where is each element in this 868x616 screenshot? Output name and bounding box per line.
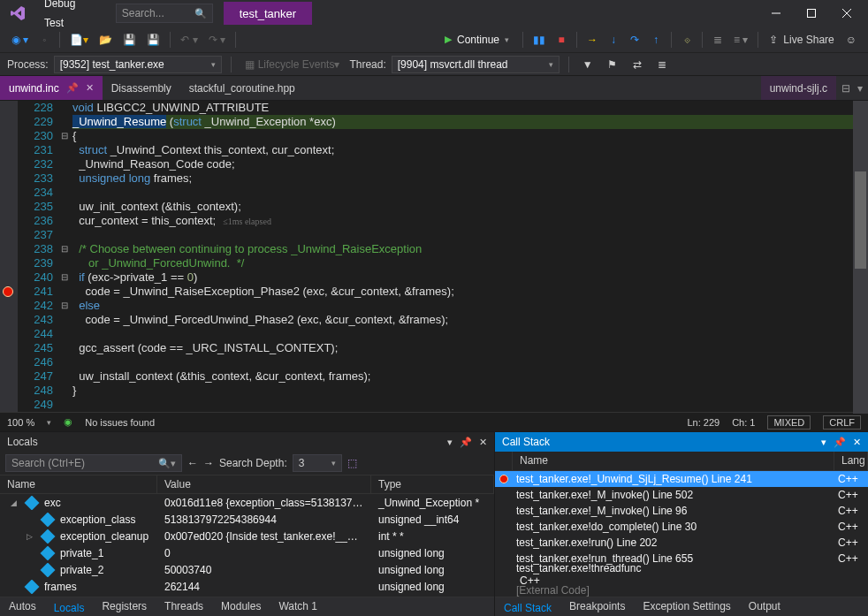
panel-tab-output[interactable]: Output [740, 597, 789, 616]
intellitrace-button[interactable]: ≣ [708, 30, 727, 49]
locals-search-input[interactable]: Search (Ctrl+E) 🔍▾ [5, 454, 182, 472]
code-line[interactable]: else [72, 299, 868, 313]
code-line[interactable] [72, 228, 868, 242]
step-over-button[interactable]: ↷ [625, 30, 644, 49]
column-name[interactable]: Name [0, 475, 157, 493]
file-tab[interactable]: Disassembly [103, 76, 180, 100]
fold-toggle[interactable] [58, 369, 71, 384]
stop-debug-button[interactable]: ■ [552, 30, 571, 49]
callstack-title-bar[interactable]: Call Stack ▾ 📌 ✕ [495, 432, 868, 452]
fold-toggle[interactable] [58, 157, 71, 171]
callstack-row[interactable]: test_tanker.exe!threadfuncC++ [495, 567, 868, 582]
fold-toggle[interactable] [58, 171, 71, 186]
continue-button[interactable]: ▶ Continue ▾ [437, 30, 517, 49]
close-button[interactable] [829, 0, 864, 27]
vertical-scrollbar[interactable] [853, 101, 868, 412]
chevron-down-icon[interactable]: ▾ [47, 418, 51, 427]
step-out-button[interactable]: ↑ [646, 30, 666, 49]
fold-toggle[interactable]: ⊟ [58, 299, 71, 313]
callstack-row[interactable]: test_tanker.exe!_M_invoke() Line 502C++ [495, 487, 868, 503]
perf-tip[interactable]: ≤1ms elapsed [223, 217, 271, 226]
code-line[interactable]: _Unwind_Reason_Code code; [72, 157, 868, 171]
fold-toggle[interactable] [58, 186, 71, 200]
maximize-button[interactable] [794, 0, 829, 27]
expander-icon[interactable]: ▷ [27, 532, 35, 541]
panel-tab-registers[interactable]: Registers [93, 597, 156, 616]
view-button[interactable]: ⬚ [347, 457, 357, 469]
code-area[interactable]: void LIBGCC2_UNWIND_ATTRIBUTE_Unwind_Res… [71, 101, 868, 412]
panel-tab-breakpoints[interactable]: Breakpoints [560, 597, 634, 616]
fold-toggle[interactable] [58, 285, 71, 299]
fold-toggle[interactable] [58, 355, 71, 369]
locals-row[interactable]: private_250003740unsigned long [0, 561, 494, 578]
locals-title-bar[interactable]: Locals ▾ 📌 ✕ [0, 432, 494, 452]
column-type[interactable]: Type [371, 475, 494, 493]
breakpoint-marker[interactable] [3, 286, 13, 297]
menu-debug[interactable]: Debug [35, 0, 105, 13]
open-button[interactable]: 📂 [95, 30, 117, 49]
column-name[interactable]: Name [513, 452, 834, 470]
file-tab[interactable]: stackful_coroutine.hpp [180, 76, 304, 100]
step-into-button[interactable]: ↓ [604, 30, 623, 49]
code-line[interactable]: uw_install_context (&this_context, &cur_… [72, 369, 868, 384]
code-line[interactable]: _Unwind_Resume (struct _Unwind_Exception… [72, 115, 868, 129]
panel-tab-call-stack[interactable]: Call Stack [495, 597, 560, 616]
code-line[interactable] [72, 327, 868, 341]
mixed-indent-indicator[interactable]: MIXED [767, 415, 811, 430]
stack-frame-button[interactable]: ≣ [652, 55, 672, 74]
navigate-forward-button[interactable]: ◦ [34, 30, 54, 49]
save-button[interactable]: 💾 [118, 30, 141, 49]
line-indicator[interactable]: Ln: 229 [687, 417, 720, 428]
preview-tab[interactable]: unwind-sjlj.c [761, 76, 836, 100]
line-ending-indicator[interactable]: CRLF [823, 415, 861, 430]
dropdown-icon[interactable]: ▾ [821, 437, 826, 448]
file-tab[interactable]: unwind.inc📌✕ [0, 76, 103, 100]
folding-gutter[interactable]: ⊟⊟⊟⊟ [58, 101, 71, 412]
callstack-row[interactable]: test_tanker.exe!_Unwind_SjLj_Resume() Li… [495, 471, 868, 487]
code-line[interactable]: code = _Unwind_RaiseException_Phase2 (ex… [72, 285, 868, 299]
search-next-button[interactable]: → [203, 457, 214, 469]
fold-toggle[interactable] [58, 214, 71, 228]
hot-reload-button[interactable]: ⟐ [677, 30, 697, 49]
fold-toggle[interactable] [58, 115, 71, 129]
fold-toggle[interactable] [58, 384, 71, 398]
code-line[interactable]: struct _Unwind_Context this_context, cur… [72, 143, 868, 157]
fold-toggle[interactable] [58, 143, 71, 157]
thread-combo[interactable]: [9904] msvcrt.dll thread [392, 56, 560, 73]
column-value[interactable]: Value [157, 475, 371, 493]
code-line[interactable]: or _Unwind_ForcedUnwind. */ [72, 256, 868, 270]
panel-tab-autos[interactable]: Autos [0, 597, 45, 616]
panel-tab-watch-1[interactable]: Watch 1 [270, 597, 326, 616]
fold-toggle[interactable] [58, 200, 71, 214]
locals-row[interactable]: exception_class5138137972254386944unsign… [0, 511, 494, 528]
code-line[interactable] [72, 398, 868, 412]
locals-grid[interactable]: ◢exc0x016d11e8 {exception_class=51381379… [0, 494, 494, 597]
code-line[interactable]: gcc_assert (code == _URC_INSTALL_CONTEXT… [72, 341, 868, 355]
redo-button[interactable]: ↷ ▾ [204, 30, 230, 49]
live-share-button[interactable]: ⇪ Live Share [764, 34, 839, 46]
editor-body[interactable]: 2282292302312322332342352362372382392402… [0, 101, 868, 412]
show-next-statement-button[interactable]: → [582, 30, 602, 49]
fold-toggle[interactable] [58, 101, 71, 115]
callstack-row[interactable]: test_tanker.exe!_M_invoke() Line 96C++ [495, 503, 868, 519]
dropdown-icon[interactable]: ▾ [857, 82, 863, 95]
save-all-button[interactable]: 💾 [142, 30, 164, 49]
column-icon[interactable] [495, 452, 513, 470]
char-indicator[interactable]: Ch: 1 [732, 417, 755, 428]
pin-icon[interactable]: 📌 [66, 82, 79, 94]
fold-toggle[interactable]: ⊟ [58, 242, 71, 256]
fold-toggle[interactable] [58, 398, 71, 412]
code-line[interactable] [72, 355, 868, 369]
diag-tools-button[interactable]: ≡ ▾ [729, 30, 752, 49]
fold-toggle[interactable]: ⊟ [58, 129, 71, 143]
fold-toggle[interactable] [58, 313, 71, 327]
feedback-button[interactable]: ☺ [841, 30, 861, 49]
pin-icon[interactable]: 📌 [460, 437, 472, 448]
panel-tab-modules[interactable]: Modules [212, 597, 270, 616]
search-depth-combo[interactable]: 3 [293, 454, 342, 472]
navigate-back-button[interactable]: ◉ ▾ [7, 30, 33, 49]
panel-tab-exception-settings[interactable]: Exception Settings [634, 597, 739, 616]
code-line[interactable] [72, 186, 868, 200]
panel-tab-threads[interactable]: Threads [156, 597, 212, 616]
code-line[interactable]: uw_init_context (&this_context); [72, 200, 868, 214]
